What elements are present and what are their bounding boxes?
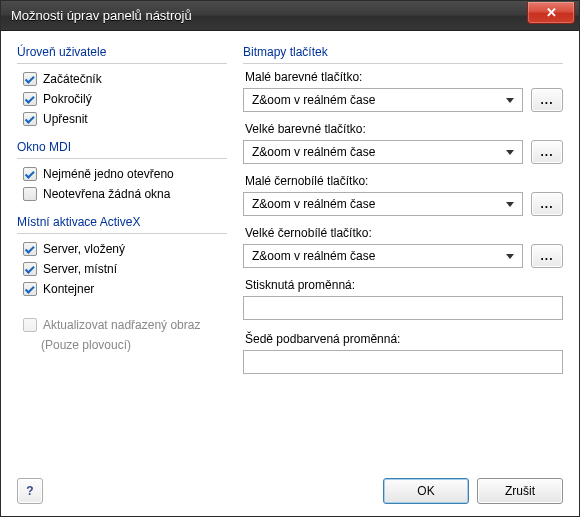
group-bitmaps: Bitmapy tlačítek Malé barevné tlačítko: … — [243, 45, 563, 268]
browse-small-color[interactable]: ... — [531, 88, 563, 112]
checkbox-icon — [23, 262, 37, 276]
browse-large-color[interactable]: ... — [531, 140, 563, 164]
label-large-color: Velké barevné tlačítko: — [245, 122, 563, 136]
combo-small-mono[interactable]: Z&oom v reálném čase — [243, 192, 523, 216]
help-button[interactable]: ? — [17, 478, 43, 504]
checkbox-icon — [23, 167, 37, 181]
checkbox-icon — [23, 187, 37, 201]
check-server-embedded[interactable]: Server, vložený — [17, 240, 227, 260]
checkbox-icon — [23, 112, 37, 126]
check-advanced[interactable]: Pokročilý — [17, 90, 227, 110]
check-label: Kontejner — [43, 282, 94, 296]
chevron-down-icon — [506, 202, 514, 207]
group-legend: Bitmapy tlačítek — [243, 45, 563, 61]
combo-value: Z&oom v reálném čase — [252, 197, 375, 211]
group-legend: Okno MDI — [17, 140, 227, 156]
combo-small-color[interactable]: Z&oom v reálném čase — [243, 88, 523, 112]
combo-value: Z&oom v reálném čase — [252, 249, 375, 263]
divider — [17, 233, 227, 234]
label-gray-var: Šedě podbarvená proměnná: — [245, 332, 563, 346]
input-gray-var[interactable] — [243, 350, 563, 374]
ok-button[interactable]: OK — [383, 478, 469, 504]
window-title: Možnosti úprav panelů nástrojů — [11, 8, 192, 23]
footer: ? OK Zrušit — [17, 478, 563, 504]
group-user-level: Úroveň uživatele Začátečník Pokročilý Up… — [17, 45, 227, 130]
combo-large-mono[interactable]: Z&oom v reálném čase — [243, 244, 523, 268]
divider — [243, 63, 563, 64]
chevron-down-icon — [506, 254, 514, 259]
help-icon: ? — [26, 484, 33, 498]
check-container[interactable]: Kontejner — [17, 280, 227, 300]
label-small-mono: Malé černobílé tlačítko: — [245, 174, 563, 188]
combo-value: Z&oom v reálném čase — [252, 145, 375, 159]
checkbox-icon — [23, 92, 37, 106]
dialog-window: Možnosti úprav panelů nástrojů ✕ Úroveň … — [0, 0, 580, 517]
check-mdi-none[interactable]: Neotevřena žádná okna — [17, 185, 227, 205]
browse-small-mono[interactable]: ... — [531, 192, 563, 216]
group-activex: Místní aktivace ActiveX Server, vložený … — [17, 215, 227, 300]
note-floating-only: (Pouze plovoucí) — [17, 336, 227, 352]
chevron-down-icon — [506, 150, 514, 155]
check-label: Pokročilý — [43, 92, 92, 106]
checkbox-icon — [23, 318, 37, 332]
divider — [17, 158, 227, 159]
checkbox-icon — [23, 282, 37, 296]
check-label: Server, místní — [43, 262, 117, 276]
check-refine[interactable]: Upřesnit — [17, 110, 227, 130]
chevron-down-icon — [506, 98, 514, 103]
check-label: Začátečník — [43, 72, 102, 86]
check-label: Aktualizovat nadřazený obraz — [43, 318, 200, 332]
check-update-parent: Aktualizovat nadřazený obraz — [17, 316, 227, 336]
check-beginner[interactable]: Začátečník — [17, 70, 227, 90]
check-server-local[interactable]: Server, místní — [17, 260, 227, 280]
label-small-color: Malé barevné tlačítko: — [245, 70, 563, 84]
group-mdi: Okno MDI Nejméně jedno otevřeno Neotevře… — [17, 140, 227, 205]
group-legend: Místní aktivace ActiveX — [17, 215, 227, 231]
client-area: Úroveň uživatele Začátečník Pokročilý Up… — [1, 31, 579, 516]
close-icon: ✕ — [546, 5, 557, 20]
group-legend: Úroveň uživatele — [17, 45, 227, 61]
input-pressed-var[interactable] — [243, 296, 563, 320]
label-large-mono: Velké černobílé tlačítko: — [245, 226, 563, 240]
divider — [17, 63, 227, 64]
combo-large-color[interactable]: Z&oom v reálném čase — [243, 140, 523, 164]
combo-value: Z&oom v reálném čase — [252, 93, 375, 107]
cancel-button[interactable]: Zrušit — [477, 478, 563, 504]
close-button[interactable]: ✕ — [527, 2, 575, 24]
group-update-parent: Aktualizovat nadřazený obraz (Pouze plov… — [17, 316, 227, 352]
check-label: Upřesnit — [43, 112, 88, 126]
browse-large-mono[interactable]: ... — [531, 244, 563, 268]
titlebar: Možnosti úprav panelů nástrojů ✕ — [1, 1, 579, 31]
checkbox-icon — [23, 72, 37, 86]
label-pressed-var: Stisknutá proměnná: — [245, 278, 563, 292]
check-label: Server, vložený — [43, 242, 125, 256]
check-label: Neotevřena žádná okna — [43, 187, 170, 201]
check-label: Nejméně jedno otevřeno — [43, 167, 174, 181]
check-mdi-atleast[interactable]: Nejméně jedno otevřeno — [17, 165, 227, 185]
checkbox-icon — [23, 242, 37, 256]
